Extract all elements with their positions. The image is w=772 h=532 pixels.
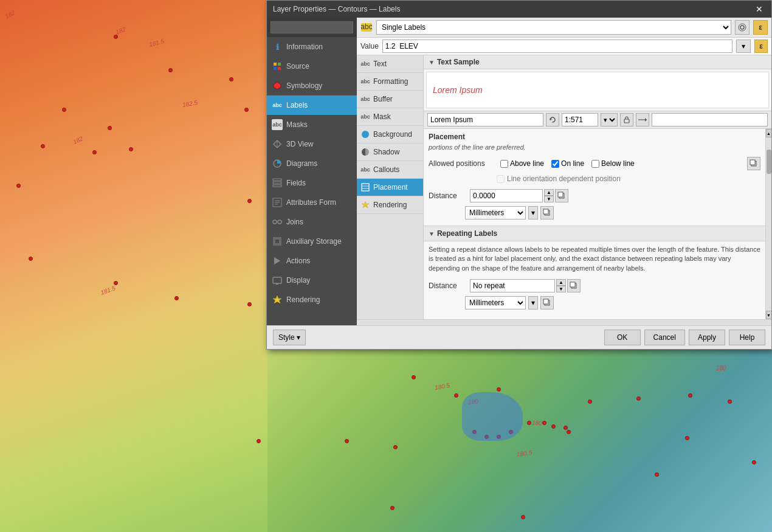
sidebar-item-label: Source — [286, 62, 309, 71]
below-line-checkbox[interactable]: Below line — [591, 159, 635, 168]
lock-scale-btn[interactable] — [620, 113, 633, 126]
close-button[interactable]: ✕ — [753, 4, 765, 14]
sidebar-item-rendering[interactable]: Rendering — [267, 290, 357, 309]
tab-shadow[interactable]: Shadow — [357, 143, 423, 161]
tab-placement[interactable]: Placement — [357, 179, 423, 196]
callouts-tab-icon: abc — [360, 165, 370, 174]
tab-text[interactable]: abc Text — [357, 55, 423, 73]
copy-positions-btn[interactable] — [747, 157, 760, 170]
right-scrollbar[interactable]: ▲ ▼ — [765, 129, 771, 319]
below-line-input[interactable] — [591, 160, 599, 168]
unit-dropdown-arrow[interactable]: ▾ — [528, 206, 538, 219]
value-dropdown[interactable]: ▾ — [736, 40, 751, 53]
repeat-down-btn[interactable]: ▼ — [556, 286, 566, 292]
footer-buttons: OK Cancel Apply Help — [604, 330, 765, 345]
text-sample-content: Lorem Ipsum — [426, 72, 769, 108]
label-type-bar: abc Single Labels ε — [357, 18, 771, 38]
background-tab-icon — [360, 130, 370, 139]
sidebar-item-labels[interactable]: abc Labels — [267, 95, 357, 115]
orientation-checkbox[interactable]: Line orientation dependent position — [497, 174, 760, 183]
repeat-unit-arrow[interactable]: ▾ — [528, 296, 538, 309]
distance-up-btn[interactable]: ▲ — [544, 189, 554, 196]
tab-mask[interactable]: abc Mask — [357, 108, 423, 126]
svg-point-15 — [273, 220, 277, 224]
sidebar: ℹ Information Source Symbology abc Label… — [267, 18, 357, 325]
style-button[interactable]: Style ▾ — [273, 330, 306, 345]
sidebar-item-masks[interactable]: abc Masks — [267, 115, 357, 134]
sidebar-item-label: Symbology — [286, 81, 322, 90]
sidebar-item-label: Diagrams — [286, 159, 317, 168]
label-type-icon: abc — [360, 21, 373, 33]
label-type-select[interactable]: Single Labels — [376, 20, 731, 35]
scroll-down-btn[interactable]: ▼ — [766, 311, 772, 319]
tab-rendering[interactable]: Rendering — [357, 196, 423, 214]
value-expression-btn[interactable]: ε — [754, 40, 768, 53]
copy-repeat-btn[interactable] — [567, 279, 581, 292]
sidebar-item-information[interactable]: ℹ Information — [267, 37, 357, 57]
above-line-checkbox[interactable]: Above line — [500, 159, 544, 168]
scroll-up-btn[interactable]: ▲ — [766, 129, 772, 137]
sidebar-item-joins[interactable]: Joins — [267, 212, 357, 232]
tab-buffer[interactable]: abc Buffer — [357, 91, 423, 108]
sidebar-item-3dview[interactable]: 3D View — [267, 134, 357, 154]
repeat-distance-input[interactable] — [470, 279, 555, 292]
sidebar-item-display[interactable]: Display — [267, 271, 357, 290]
buffer-tab-icon: abc — [360, 94, 370, 104]
sidebar-item-attributes-form[interactable]: Attributes Form — [267, 193, 357, 212]
masks-icon: abc — [272, 119, 283, 130]
tab-formatting[interactable]: abc Formatting — [357, 73, 423, 91]
copy-distance-btn[interactable] — [555, 189, 568, 202]
sidebar-item-symbology[interactable]: Symbology — [267, 76, 357, 95]
cancel-button[interactable]: Cancel — [644, 330, 685, 345]
repeat-arrow: ▼ — [429, 230, 435, 237]
repeat-unit-select[interactable]: Millimeters — [465, 296, 526, 309]
sidebar-item-source[interactable]: Source — [267, 57, 357, 76]
dialog-footer: Style ▾ OK Cancel Apply Help — [267, 325, 771, 349]
copy-repeat-unit-btn[interactable] — [540, 296, 554, 309]
svg-marker-20 — [274, 257, 280, 264]
tab-callouts[interactable]: abc Callouts — [357, 161, 423, 179]
distance-unit-select[interactable]: Millimeters — [465, 206, 526, 219]
copy-unit-btn[interactable] — [540, 206, 554, 219]
above-line-input[interactable] — [500, 160, 508, 168]
horizontal-scrollbar[interactable] — [357, 319, 771, 325]
tab-background[interactable]: Background — [357, 126, 423, 143]
on-line-checkbox[interactable]: On line — [551, 159, 584, 168]
label-type-settings-btn[interactable] — [735, 20, 750, 35]
apply-button[interactable]: Apply — [689, 330, 725, 345]
sidebar-item-diagrams[interactable]: Diagrams — [267, 154, 357, 173]
scroll-thumb — [767, 150, 771, 174]
svg-rect-46 — [543, 299, 548, 304]
repeat-distance-label: Distance — [429, 282, 465, 290]
distance-input[interactable] — [470, 189, 543, 202]
svg-marker-22 — [273, 295, 281, 303]
svg-point-25 — [740, 26, 744, 29]
scale-dropdown[interactable]: ▾ — [601, 113, 618, 126]
extra-input[interactable] — [652, 113, 768, 126]
help-button[interactable]: Help — [729, 330, 765, 345]
orientation-input[interactable] — [497, 175, 505, 183]
rendering-tab-icon — [360, 200, 370, 210]
placement-content: Placement portions of the line are prefe… — [424, 129, 765, 319]
sidebar-item-auxiliary-storage[interactable]: Auxiliary Storage — [267, 232, 357, 251]
sidebar-item-actions[interactable]: Actions — [267, 251, 357, 271]
distance-row: Distance ▲ ▼ — [424, 187, 765, 205]
distance-down-btn[interactable]: ▼ — [544, 196, 554, 202]
value-input[interactable] — [382, 40, 732, 53]
refresh-preview-btn[interactable] — [546, 113, 559, 126]
svg-rect-38 — [750, 160, 755, 165]
position-checkboxes: Above line On line Below l — [500, 159, 635, 168]
on-line-input[interactable] — [551, 160, 559, 168]
sidebar-item-label: Fields — [286, 179, 306, 187]
ok-button[interactable]: OK — [604, 330, 641, 345]
sidebar-item-fields[interactable]: Fields — [267, 173, 357, 193]
preview-input[interactable] — [427, 113, 543, 126]
search-input[interactable] — [271, 21, 353, 33]
sync-scale-btn[interactable] — [636, 113, 649, 126]
expression-button[interactable]: ε — [753, 20, 768, 35]
svg-point-27 — [362, 131, 369, 138]
repeat-up-btn[interactable]: ▲ — [556, 279, 566, 286]
svg-point-26 — [739, 24, 746, 31]
joins-icon — [272, 216, 283, 227]
scale-input[interactable] — [562, 113, 598, 126]
